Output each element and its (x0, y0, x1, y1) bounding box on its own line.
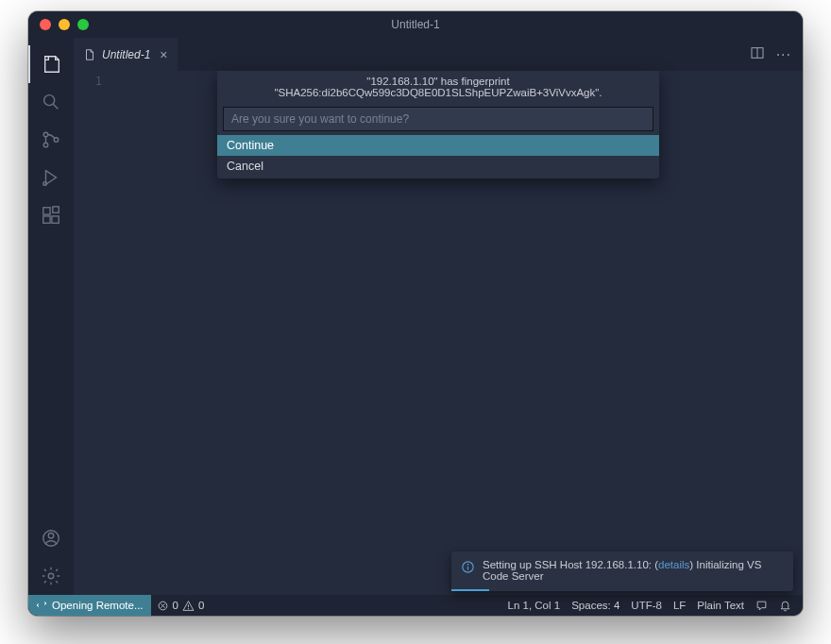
run-debug-icon[interactable] (28, 159, 74, 196)
svg-point-22 (188, 608, 189, 609)
svg-rect-6 (43, 208, 50, 214)
window-controls (28, 19, 89, 30)
quick-input: "192.168.1.10" has fingerprint "SHA256:d… (217, 71, 659, 178)
feedback-icon[interactable] (750, 600, 773, 612)
remote-status[interactable]: Opening Remote... (28, 595, 151, 616)
fullscreen-window-button[interactable] (77, 19, 89, 30)
file-icon (83, 48, 96, 61)
explorer-icon[interactable] (28, 45, 74, 83)
quick-input-option-cancel[interactable]: Cancel (217, 156, 659, 177)
activity-bar (28, 38, 74, 595)
notification-progress (451, 589, 489, 591)
language-mode[interactable]: Plain Text (691, 600, 750, 611)
svg-point-5 (43, 182, 47, 186)
svg-point-3 (43, 143, 48, 147)
search-icon[interactable] (28, 83, 74, 121)
tab-close-icon[interactable]: × (160, 47, 167, 62)
extensions-icon[interactable] (28, 196, 74, 234)
warning-icon (182, 600, 195, 612)
notification-toast[interactable]: Setting up SSH Host 192.168.1.10: (detai… (451, 551, 793, 591)
svg-point-17 (467, 564, 468, 565)
notifications-bell-icon[interactable] (773, 600, 797, 612)
svg-point-2 (43, 132, 48, 137)
remote-icon (36, 600, 47, 611)
minimize-window-button[interactable] (59, 19, 70, 30)
cursor-position[interactable]: Ln 1, Col 1 (502, 600, 567, 611)
notification-details-link[interactable]: details (658, 559, 689, 570)
quick-input-title: "192.168.1.10" has fingerprint "SHA256:d… (217, 71, 659, 103)
svg-line-1 (53, 104, 58, 109)
eol-status[interactable]: LF (668, 600, 691, 611)
svg-rect-8 (52, 216, 59, 223)
indentation-status[interactable]: Spaces: 4 (566, 600, 625, 611)
svg-rect-9 (53, 207, 59, 212)
quick-input-list: Continue Cancel (217, 135, 659, 178)
editor-group: Untitled-1 × ··· 1 "192.168.1.10" has fi… (74, 38, 803, 595)
tab-bar: Untitled-1 × ··· (74, 38, 803, 71)
app-window: Untitled-1 (28, 11, 803, 616)
svg-point-0 (44, 95, 55, 106)
tab-label: Untitled-1 (102, 48, 150, 61)
more-actions-icon[interactable]: ··· (776, 46, 791, 63)
title-bar: Untitled-1 (28, 11, 803, 38)
warning-count: 0 (198, 600, 204, 611)
info-icon (461, 560, 475, 574)
svg-point-12 (48, 573, 54, 579)
source-control-icon[interactable] (28, 121, 74, 159)
quick-input-field[interactable] (223, 107, 653, 131)
editor-actions: ··· (750, 38, 803, 71)
error-count: 0 (173, 600, 178, 611)
workbench: Untitled-1 × ··· 1 "192.168.1.10" has fi… (28, 38, 803, 595)
split-editor-icon[interactable] (750, 45, 765, 63)
settings-gear-icon[interactable] (28, 557, 74, 595)
problems-status[interactable]: 0 0 (151, 600, 211, 612)
tab-untitled[interactable]: Untitled-1 × (74, 38, 178, 71)
line-number: 1 (74, 75, 102, 88)
notification-text-prefix: Setting up SSH Host 192.168.1.10: ( (483, 559, 658, 570)
error-icon (157, 600, 169, 612)
close-window-button[interactable] (40, 19, 51, 30)
window-title: Untitled-1 (28, 18, 803, 31)
encoding-status[interactable]: UTF-8 (625, 600, 668, 611)
accounts-icon[interactable] (28, 519, 74, 557)
line-gutter: 1 (74, 71, 115, 595)
quick-input-option-continue[interactable]: Continue (217, 135, 659, 156)
editor-area[interactable]: 1 "192.168.1.10" has fingerprint "SHA256… (74, 71, 803, 595)
status-bar: Opening Remote... 0 0 Ln 1, Col 1 Spaces… (28, 595, 803, 616)
notification-message: Setting up SSH Host 192.168.1.10: (detai… (483, 559, 784, 582)
svg-rect-7 (43, 216, 50, 223)
remote-status-label: Opening Remote... (52, 600, 144, 611)
svg-point-11 (48, 534, 54, 539)
svg-point-4 (54, 138, 59, 143)
